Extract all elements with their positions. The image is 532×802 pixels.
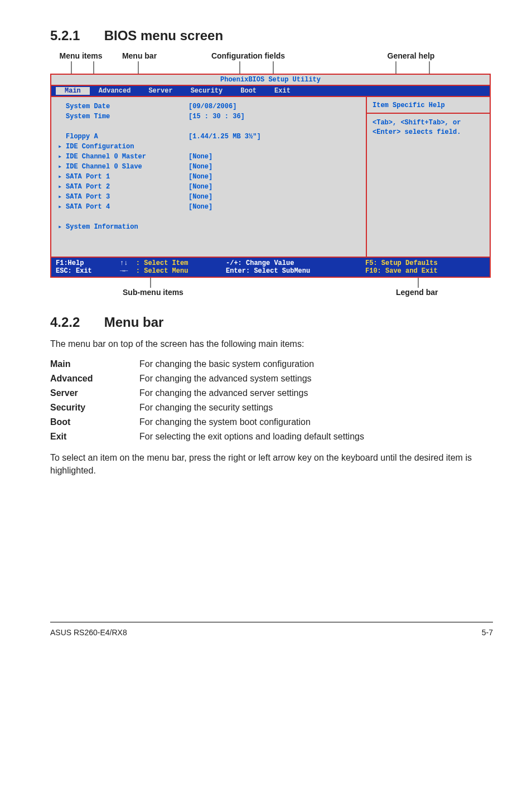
bios-screenshot: PhoenixBIOS Setup Utility Main Advanced … — [50, 74, 491, 278]
footer-right: 5-7 — [482, 628, 493, 637]
menubar-row: Exit For selecting the exit options and … — [50, 429, 493, 444]
legend-f5: F5: Setup Defaults — [365, 259, 438, 267]
label-config-fields: Configuration fields — [167, 51, 312, 60]
bios-item-value: [None] — [188, 162, 359, 172]
bios-item-label: IDE Channel 0 Slave — [66, 162, 188, 172]
label-submenu-items: Sub-menu items — [123, 288, 183, 297]
legend-f1: F1:Help — [56, 259, 84, 267]
bios-item-value: [None] — [188, 182, 359, 192]
arrow-up-down-icon: ↑↓ — [120, 259, 128, 267]
bios-item-value: [None] — [188, 192, 359, 202]
bios-item-label: SATA Port 3 — [66, 192, 188, 202]
menubar-row: Main For changing the basic system confi… — [50, 357, 493, 371]
bios-item-label: Floppy A — [66, 132, 188, 142]
menubar-row: Boot For changing the system boot config… — [50, 415, 493, 429]
bios-item-value: [09/08/2006] — [188, 102, 359, 112]
menubar-row: Advanced For changing the advanced syste… — [50, 371, 493, 386]
bios-body: ▸ ▸ ▸ ▸ ▸ ▸ ▸ ▸ System Date System Time … — [51, 96, 490, 257]
menubar-desc: For changing the advanced server setting… — [139, 388, 493, 398]
bios-item-value: [None] — [188, 202, 359, 212]
menubar-desc: For changing the advanced system setting… — [139, 374, 493, 384]
bios-item-label: SATA Port 1 — [66, 172, 188, 182]
bios-tab-security: Security — [182, 87, 232, 95]
heading-422-title: Menu bar — [104, 315, 164, 330]
bios-help-title: Item Specific Help — [367, 97, 490, 114]
label-legend-bar: Legend bar — [396, 288, 438, 297]
bios-help-panel: Item Specific Help <Tab>, <Shift+Tab>, o… — [366, 97, 490, 257]
heading-521-title: BIOS menu screen — [104, 28, 223, 43]
diagram-top-lines — [50, 61, 493, 74]
bios-item-label: System Date — [66, 102, 188, 112]
menubar-desc: For changing the basic system configurat… — [139, 359, 493, 369]
triangle-icon: ▸ — [58, 162, 66, 172]
bios-item-label — [66, 122, 188, 132]
triangle-icon: ▸ — [58, 142, 66, 152]
bios-title: PhoenixBIOS Setup Utility — [51, 75, 490, 86]
triangle-icon: ▸ — [58, 222, 66, 232]
menubar-key: Boot — [50, 417, 139, 427]
bios-help-body: <Tab>, <Shift+Tab>, or <Enter> selects f… — [367, 114, 490, 257]
arrow-left-right-icon: →← — [120, 267, 128, 275]
diagram-top-labels: Menu items Menu bar Configuration fields… — [50, 51, 493, 60]
bios-tab-main: Main — [56, 87, 90, 95]
legend-f10: F10: Save and Exit — [365, 267, 438, 275]
legend-enter: Enter: Select SubMenu — [226, 267, 310, 275]
triangle-icon: ▸ — [58, 202, 66, 212]
heading-422: 4.2.2 Menu bar — [50, 315, 493, 330]
bios-item-label: SATA Port 4 — [66, 202, 188, 212]
label-menu-items: Menu items — [50, 51, 112, 60]
bios-item-value: [None] — [188, 152, 359, 162]
bios-item-label: IDE Configuration — [66, 142, 188, 152]
heading-521: 5.2.1 BIOS menu screen — [50, 28, 493, 44]
menubar-desc: For selecting the exit options and loadi… — [139, 432, 493, 442]
bios-item-value: [15 : 30 : 36] — [188, 112, 359, 122]
legend-change: -/+: Change Value — [226, 259, 294, 267]
bios-item-label: System Information — [66, 222, 188, 232]
label-general-help: General help — [312, 51, 493, 60]
menubar-key: Main — [50, 359, 139, 369]
menubar-row: Server For changing the advanced server … — [50, 386, 493, 400]
legend-esc: ESC: Exit — [56, 267, 92, 275]
bios-left-panel: ▸ ▸ ▸ ▸ ▸ ▸ ▸ ▸ System Date System Time … — [51, 97, 366, 257]
bios-tab-advanced: Advanced — [90, 87, 140, 95]
menubar-key: Exit — [50, 432, 139, 442]
triangle-icon: ▸ — [58, 172, 66, 182]
heading-422-num: 4.2.2 — [50, 315, 100, 330]
bios-tab-boot: Boot — [231, 87, 265, 95]
menubar-outro: To select an item on the menu bar, press… — [50, 452, 493, 477]
legend-select-item: : Select Item — [136, 259, 188, 267]
menubar-key: Advanced — [50, 374, 139, 384]
bios-item-value: [1.44/1.25 MB 3½"] — [188, 132, 359, 142]
triangle-icon: ▸ — [58, 192, 66, 202]
bios-item-label: IDE Channel 0 Master — [66, 152, 188, 162]
page-footer: ASUS RS260-E4/RX8 5-7 — [50, 622, 493, 637]
bios-legend-bar: F1:Help ESC: Exit ↑↓ : Select Item →← : … — [51, 257, 490, 277]
bios-menubar: Main Advanced Server Security Boot Exit — [51, 86, 490, 96]
menubar-key: Security — [50, 403, 139, 413]
legend-select-menu: : Select Menu — [136, 267, 188, 275]
menubar-desc: For changing the system boot configurati… — [139, 417, 493, 427]
menubar-intro: The menu bar on top of the screen has th… — [50, 338, 493, 350]
heading-521-num: 5.2.1 — [50, 28, 100, 44]
menubar-desc: For changing the security settings — [139, 403, 493, 413]
label-menu-bar: Menu bar — [112, 51, 167, 60]
bios-item-label: System Time — [66, 112, 188, 122]
menubar-row: Security For changing the security setti… — [50, 400, 493, 415]
bios-tab-exit: Exit — [265, 87, 299, 95]
triangle-icon: ▸ — [58, 182, 66, 192]
diagram-bottom-labels: Sub-menu items Legend bar — [50, 278, 493, 298]
bios-item-value: [None] — [188, 172, 359, 182]
footer-left: ASUS RS260-E4/RX8 — [50, 628, 127, 637]
menubar-key: Server — [50, 388, 139, 398]
bios-tab-server: Server — [139, 87, 181, 95]
triangle-icon: ▸ — [58, 152, 66, 162]
bios-item-label: SATA Port 2 — [66, 182, 188, 192]
